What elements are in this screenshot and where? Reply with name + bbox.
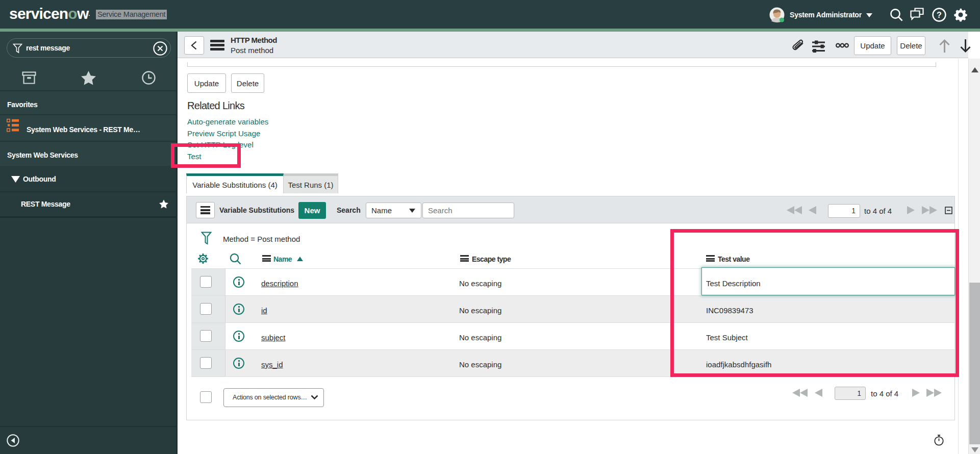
svg-text:?: ? xyxy=(937,11,942,19)
